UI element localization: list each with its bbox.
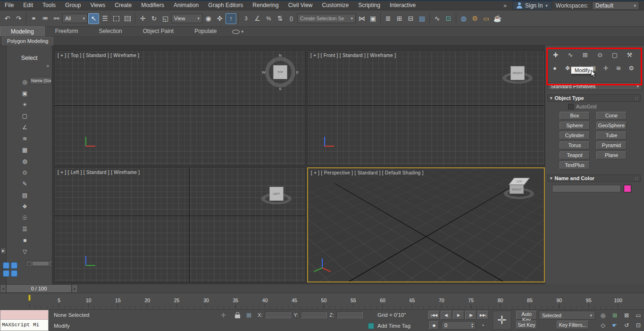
menu-item[interactable]: Civil View	[284, 1, 318, 10]
tab-object-paint[interactable]: Object Paint	[133, 26, 184, 36]
previous-frame-button[interactable]: ◀|	[441, 311, 452, 320]
torus-button[interactable]: Torus	[560, 141, 590, 149]
viewcube[interactable]: LEFT	[259, 176, 294, 211]
listener-row[interactable]: MAXScript Mi	[0, 320, 48, 331]
frame-icon[interactable]: ▢	[21, 112, 29, 120]
pyramid-button[interactable]: Pyramid	[596, 141, 627, 149]
select-and-manipulate-icon[interactable]: ✜	[214, 13, 225, 24]
autogrid-checkbox[interactable]	[568, 104, 574, 109]
box-button[interactable]: Box	[560, 112, 590, 120]
star-icon[interactable]: ❖	[21, 202, 29, 210]
select-and-link-icon[interactable]: ⚭	[28, 13, 39, 24]
object-name-field[interactable]	[552, 185, 621, 192]
cone-button[interactable]: Cone	[596, 112, 627, 120]
orbit-icon[interactable]: ↺	[621, 321, 632, 330]
navigation-pad-icon[interactable]: ✛	[493, 311, 511, 330]
rollout-grip-icon[interactable]: ∷	[635, 96, 638, 101]
viewcube[interactable]: TOP FRONT	[502, 170, 536, 205]
workspaces-dropdown[interactable]: Default ▾	[592, 1, 639, 10]
next-frame-button[interactable]: ►	[72, 284, 78, 293]
primitives-category-dropdown[interactable]: Standard Primitives ▾	[548, 82, 642, 90]
visibility-icon[interactable]: ☉	[21, 214, 29, 222]
spinner-snap-icon[interactable]: ⇅	[275, 13, 285, 24]
hierarchy-tab-icon[interactable]: ⊞	[580, 50, 590, 59]
tab-populate[interactable]: Populate	[184, 26, 227, 36]
current-frame-marker[interactable]	[28, 295, 31, 301]
viewcube[interactable]: FRONT	[500, 56, 535, 91]
keyboard-override-icon[interactable]: ↑	[226, 13, 236, 24]
use-pivot-point-icon[interactable]: ◉	[203, 13, 214, 24]
viewport-top-label[interactable]: [ + ] [ Top ] [ Standard ] [ Wireframe ]	[58, 53, 139, 58]
teapot-button[interactable]: Teapot	[560, 151, 590, 159]
render-production-icon[interactable]: ☕	[492, 13, 503, 24]
scroll-left-icon[interactable]: ◄	[26, 262, 32, 265]
compass-south-label[interactable]: S	[279, 87, 281, 91]
angle-snap-icon[interactable]: ∠	[252, 13, 263, 24]
spinner-down-icon[interactable]: ▼	[469, 325, 475, 328]
pen-icon[interactable]: ✎	[21, 180, 29, 188]
layer-manager-icon[interactable]: ≣	[383, 13, 393, 24]
panel-expand-icon[interactable]: »	[46, 63, 49, 68]
pan-icon[interactable]: ☛	[609, 321, 620, 330]
plane-button[interactable]: Plane	[596, 151, 627, 159]
absolute-mode-icon[interactable]: ⊞	[246, 312, 251, 319]
viewport-perspective-label[interactable]: [ + ] [ Perspective ] [ Standard ] [ Def…	[311, 170, 424, 175]
toggle-scene-explorer-icon[interactable]: ⊞	[394, 13, 405, 24]
list-icon[interactable]: ☰	[21, 225, 29, 233]
reference-coordinate-dropdown[interactable]: View▾	[171, 14, 202, 23]
cylinder-button[interactable]: Cylinder	[560, 132, 590, 140]
zoom-icon[interactable]: ◎	[597, 311, 609, 320]
viewcube[interactable]: N S W E TOP	[263, 55, 298, 90]
track-bar[interactable]: 5101520253035404550556065707580859095100	[0, 293, 644, 310]
frame-spinner[interactable]: ▲ ▼	[469, 323, 475, 328]
filter-icon[interactable]: ▽	[21, 248, 29, 256]
menu-item[interactable]: Views	[85, 1, 110, 10]
toggle-layer-explorer-icon[interactable]: ⊟	[405, 13, 416, 24]
viewcube-front-face[interactable]: FRONT	[510, 185, 524, 194]
y-coordinate-field[interactable]	[301, 311, 327, 318]
select-and-move-icon[interactable]: ✛	[137, 13, 148, 24]
ribbon-config-icon[interactable]	[232, 30, 240, 34]
go-to-end-button[interactable]: ▶▶|	[477, 311, 489, 320]
grid-icon[interactable]: ▦	[21, 146, 29, 154]
time-configuration-icon[interactable]: ◔	[477, 321, 488, 330]
select-and-scale-icon[interactable]: ◱	[160, 13, 171, 24]
textplus-button[interactable]: TextPlus	[560, 161, 590, 169]
key-mode-toggle-icon[interactable]: ◆	[429, 321, 439, 330]
maxscript-mini-listener[interactable]: MAXScript Mi	[0, 310, 49, 331]
menu-item[interactable]: Create	[110, 1, 136, 10]
toggle-ribbon-icon[interactable]: ▤	[417, 13, 427, 24]
clone-icon[interactable]: ▣	[21, 89, 29, 97]
swatch-icon[interactable]: ■	[21, 236, 29, 244]
soft-selection-icon[interactable]: ≋	[21, 134, 29, 142]
viewcube-face[interactable]: FRONT	[510, 66, 525, 80]
toolbar-overflow-icon[interactable]: »	[502, 2, 509, 9]
workspace-grid-icon[interactable]	[3, 262, 18, 277]
key-filters-button[interactable]: Key Filters...	[557, 321, 589, 329]
percent-snap-icon[interactable]: %	[263, 13, 274, 24]
menu-item[interactable]: Customize	[318, 1, 354, 10]
align-icon[interactable]: ▣	[368, 13, 378, 24]
viewport-front[interactable]: [ + ] [ Front ] [ Standard ] [ Wireframe…	[307, 50, 545, 166]
menu-item[interactable]: Graph Editors	[203, 1, 248, 10]
menu-item[interactable]: Rendering	[248, 1, 283, 10]
light-icon[interactable]: ☀	[21, 100, 29, 108]
transform-gizmo-icon[interactable]: ✛	[221, 312, 226, 319]
create-tab-icon[interactable]: ✚	[551, 50, 560, 59]
tab-modeling[interactable]: Modeling	[0, 26, 45, 36]
schematic-view-icon[interactable]: ⊡	[443, 13, 454, 24]
tab-freeform[interactable]: Freeform	[45, 26, 89, 36]
select-by-name-icon[interactable]: ☰	[100, 13, 110, 24]
play-button[interactable]: ▶	[453, 311, 464, 320]
viewport-perspective[interactable]: [ + ] [ Perspective ] [ Standard ] [ Def…	[307, 167, 545, 282]
zoom-extents-icon[interactable]: ⊠	[621, 311, 632, 320]
object-color-swatch[interactable]	[624, 185, 631, 192]
go-to-start-button[interactable]: |◀◀	[428, 311, 440, 320]
tab-selection[interactable]: Selection	[88, 26, 132, 36]
current-frame-field[interactable]: 0 ▲ ▼	[442, 321, 476, 330]
select-region-icon[interactable]: ◎	[21, 78, 29, 86]
viewcube-face[interactable]: TOP	[273, 65, 287, 79]
sort-header[interactable]: Name (Sorted A	[30, 77, 51, 84]
material-editor-icon[interactable]: ◍	[458, 13, 469, 24]
viewport-left[interactable]: [ + ] [ Left ] [ Standard ] [ Wireframe …	[54, 167, 306, 282]
